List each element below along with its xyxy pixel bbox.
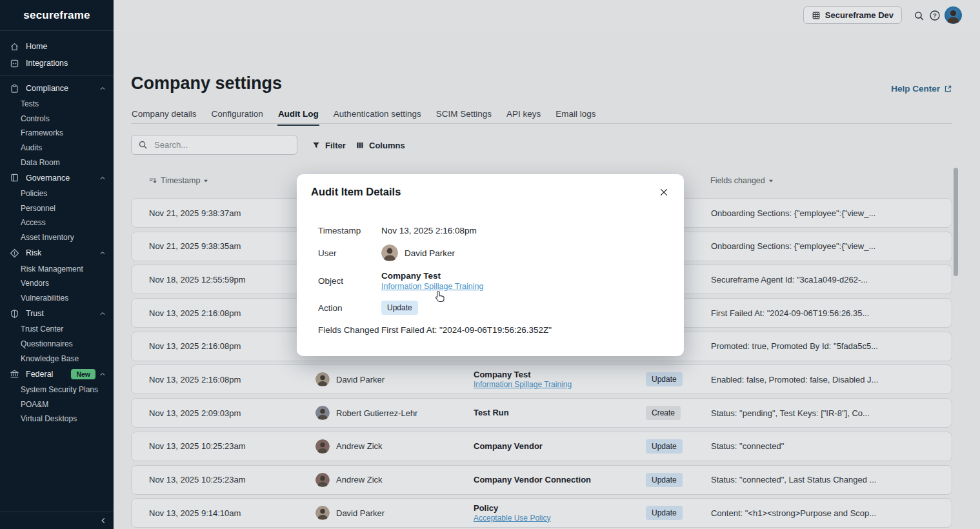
federal-icon [9, 369, 19, 379]
close-icon[interactable] [657, 185, 671, 199]
sidebar-item-personnel[interactable]: Personnel [0, 201, 114, 216]
audit-item-details-modal: Audit Item Details Timestamp Nov 13, 202… [297, 174, 684, 356]
sidebar-item-label: Integrations [26, 59, 68, 68]
sidebar-item-label: Trust Center [21, 324, 63, 334]
sidebar-item-label: System Security Plans [21, 385, 98, 394]
sidebar-item-federal[interactable]: FederalNew [0, 366, 114, 383]
modal-user-value: David Parker [405, 248, 455, 258]
sidebar-item-system-security-plans[interactable]: System Security Plans [0, 383, 114, 397]
sidebar-item-asset-inventory[interactable]: Asset Inventory [0, 230, 114, 245]
modal-timestamp-value: Nov 13, 2025 2:16:08pm [381, 226, 477, 235]
sidebar-item-label: POA&M [21, 400, 48, 409]
sidebar-item-poa-m[interactable]: POA&M [0, 397, 114, 412]
modal-action-label: Action [318, 303, 381, 313]
new-badge: New [71, 369, 95, 379]
sidebar-item-label: Trust [26, 309, 44, 318]
sidebar-item-label: Governance [26, 174, 70, 183]
home-icon [9, 41, 19, 52]
sidebar-item-label: Home [26, 42, 47, 51]
modal-timestamp-label: Timestamp [318, 226, 381, 235]
sidebar-item-label: Knowledge Base [21, 354, 79, 363]
sidebar-item-data-room[interactable]: Data Room [0, 155, 114, 170]
sidebar-item-compliance[interactable]: Compliance [0, 80, 114, 97]
compliance-icon [9, 83, 19, 94]
sidebar-item-label: Questionnaires [21, 339, 73, 348]
sidebar-divider [0, 75, 114, 76]
sidebar-item-label: Federal [26, 370, 53, 379]
avatar [381, 245, 398, 261]
sidebar-item-risk[interactable]: Risk [0, 245, 114, 261]
sidebar-item-audits[interactable]: Audits [0, 141, 114, 155]
sidebar-item-questionnaires[interactable]: Questionnaires [0, 337, 114, 352]
sidebar-item-label: Risk Management [21, 264, 83, 274]
sidebar-item-policies[interactable]: Policies [0, 186, 114, 201]
sidebar-item-frameworks[interactable]: Frameworks [0, 126, 114, 141]
sidebar-collapse-button[interactable] [99, 517, 107, 524]
sidebar-item-tests[interactable]: Tests [0, 97, 114, 112]
sidebar-item-access[interactable]: Access [0, 215, 114, 230]
sidebar-item-label: Vendors [21, 279, 49, 288]
sidebar-item-controls[interactable]: Controls [0, 112, 114, 126]
modal-body: Timestamp Nov 13, 2025 2:16:08pm User Da… [318, 223, 668, 337]
sidebar-item-label: Compliance [26, 84, 68, 93]
sidebar-item-label: Vulnerabilities [21, 294, 68, 303]
sidebar-item-label: Tests [21, 99, 39, 108]
modal-title: Audit Item Details [311, 186, 401, 198]
sidebar-item-knowledge-base[interactable]: Knowledge Base [0, 351, 114, 366]
sidebar-item-label: Controls [21, 114, 50, 123]
sidebar-item-governance[interactable]: Governance [0, 170, 114, 186]
sidebar-item-label: Data Room [21, 158, 60, 167]
sidebar-item-risk-management[interactable]: Risk Management [0, 261, 114, 276]
trust-icon [9, 308, 19, 319]
sidebar-item-trust-center[interactable]: Trust Center [0, 322, 114, 337]
modal-object-link[interactable]: Information Spillage Training [381, 281, 483, 292]
sidebar-item-label: Access [21, 218, 46, 227]
chevron-up-icon [99, 310, 106, 317]
secureframe-logo[interactable]: secureframe [23, 9, 90, 22]
chevron-up-icon [99, 85, 106, 92]
modal-user-label: User [318, 248, 381, 258]
action-badge: Update [381, 301, 418, 315]
modal-object-label: Object [318, 276, 381, 286]
sidebar-item-label: Personnel [21, 204, 55, 213]
sidebar-item-trust[interactable]: Trust [0, 305, 114, 322]
governance-icon [9, 173, 19, 183]
sidebar-item-vulnerabilities[interactable]: Vulnerabilities [0, 291, 114, 306]
sidebar-item-label: Frameworks [21, 128, 63, 137]
sidebar-item-label: Policies [21, 189, 47, 198]
sidebar-nav: HomeIntegrationsComplianceTestsControlsF… [0, 31, 114, 426]
chevron-up-icon [99, 371, 106, 377]
modal-fields-label: Fields Changed [318, 325, 381, 335]
sidebar-item-vendors[interactable]: Vendors [0, 276, 114, 291]
modal-object-title: Company Test [381, 270, 483, 281]
sidebar-item-home[interactable]: Home [0, 38, 114, 55]
integrations-icon [9, 58, 19, 68]
sidebar-item-label: Virtual Desktops [21, 414, 77, 423]
risk-icon [9, 248, 19, 258]
sidebar-footer [0, 512, 114, 529]
sidebar-item-label: Audits [21, 143, 42, 152]
sidebar-item-label: Risk [26, 248, 41, 257]
sidebar: secureframe HomeIntegrationsComplianceTe… [0, 0, 114, 529]
chevron-up-icon [99, 250, 106, 256]
sidebar-item-label: Asset Inventory [21, 233, 74, 242]
scrollbar-thumb[interactable] [954, 168, 958, 276]
sidebar-item-virtual-desktops[interactable]: Virtual Desktops [0, 412, 114, 426]
chevron-up-icon [99, 175, 106, 181]
sidebar-item-integrations[interactable]: Integrations [0, 55, 114, 72]
logo-area: secureframe [0, 0, 114, 31]
modal-fields-value: First Failed At: "2024-09-06T19:56:26.35… [381, 325, 552, 335]
